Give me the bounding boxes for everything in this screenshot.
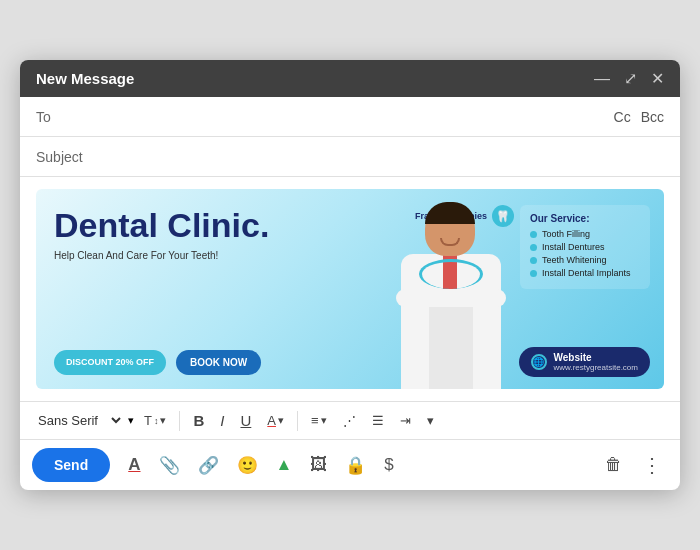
font-color-icon: A: [267, 413, 276, 428]
bcc-button[interactable]: Bcc: [641, 109, 664, 125]
attach-button[interactable]: 📎: [153, 451, 186, 480]
subject-row: Subject: [20, 137, 680, 177]
font-size-sub-icon: ↕: [154, 416, 159, 426]
image-button[interactable]: 🖼: [304, 451, 333, 479]
more-options-button[interactable]: ⋮: [636, 449, 668, 481]
italic-button[interactable]: I: [214, 408, 230, 433]
service-label-3: Teeth Whitening: [542, 255, 607, 265]
service-dot-3: [530, 257, 537, 264]
to-input[interactable]: [86, 109, 614, 125]
service-dot-1: [530, 231, 537, 238]
service-label-4: Install Dental Implants: [542, 268, 631, 278]
to-row: To Cc Bcc: [20, 97, 680, 137]
cc-bcc-buttons: Cc Bcc: [614, 109, 664, 125]
separator-1: [179, 411, 180, 431]
service-dot-2: [530, 244, 537, 251]
banner-buttons: DISCOUNT 20% OFF BOOK NOW: [54, 350, 363, 375]
action-bar: Send A 📎 🔗 🙂 ▲ 🖼 🔒 $ 🗑 ⋮: [20, 439, 680, 490]
lock-button[interactable]: 🔒: [339, 451, 372, 480]
doctor-smile: [440, 238, 460, 246]
website-bar: 🌐 Website www.restygreatsite.com: [519, 347, 650, 377]
formatting-toolbar: Sans Serif Serif Monospace ▾ T ↕ ▾ B I U…: [20, 401, 680, 439]
service-item-1: Tooth Filling: [530, 229, 640, 239]
service-item-4: Install Dental Implants: [530, 268, 640, 278]
font-size-chevron: ▾: [160, 414, 166, 427]
format-text-icon: A: [128, 455, 140, 475]
indent-button[interactable]: ⇥: [394, 409, 417, 432]
window-title: New Message: [36, 70, 134, 87]
email-body: Dental Clinic. Help Clean And Care For Y…: [20, 177, 680, 401]
send-button[interactable]: Send: [32, 448, 110, 482]
numbered-list-icon: ⋰: [343, 413, 356, 428]
more-format-icon: ▾: [427, 413, 434, 428]
align-icon: ≡: [311, 413, 319, 428]
link-icon: 🔗: [198, 455, 219, 476]
globe-icon: 🌐: [531, 354, 547, 370]
services-box: Our Service: Tooth Filling Install Dentu…: [520, 205, 650, 289]
book-button[interactable]: BOOK NOW: [176, 350, 261, 375]
close-button[interactable]: ✕: [651, 71, 664, 87]
more-format-button[interactable]: ▾: [421, 409, 440, 432]
window-controls: — ⤢ ✕: [594, 71, 664, 87]
doctor-hair: [425, 202, 475, 224]
minimize-button[interactable]: —: [594, 71, 610, 87]
link-button[interactable]: 🔗: [192, 451, 225, 480]
drive-icon: ▲: [276, 455, 293, 475]
to-label: To: [36, 109, 86, 125]
website-label: Website: [554, 352, 638, 363]
font-size-icon: T: [144, 413, 152, 428]
banner-headline: Dental Clinic.: [54, 207, 363, 244]
indent-icon: ⇥: [400, 413, 411, 428]
font-family-select[interactable]: Sans Serif Serif Monospace: [32, 408, 124, 433]
banner-left: Dental Clinic. Help Clean And Care For Y…: [36, 189, 381, 389]
subject-label: Subject: [36, 149, 86, 165]
service-dot-4: [530, 270, 537, 277]
image-icon: 🖼: [310, 455, 327, 475]
subject-input[interactable]: [86, 149, 664, 165]
font-color-chevron: ▾: [278, 414, 284, 427]
lock-icon: 🔒: [345, 455, 366, 476]
doctor-head: [425, 202, 475, 256]
banner-right: Fradel and Spies 🦷: [381, 189, 664, 389]
dollar-button[interactable]: $: [378, 451, 399, 479]
dental-banner: Dental Clinic. Help Clean And Care For Y…: [36, 189, 664, 389]
discount-button[interactable]: DISCOUNT 20% OFF: [54, 350, 166, 375]
align-chevron: ▾: [321, 414, 327, 427]
maximize-button[interactable]: ⤢: [624, 71, 637, 87]
drive-button[interactable]: ▲: [270, 451, 299, 479]
service-item-2: Install Dentures: [530, 242, 640, 252]
service-label-2: Install Dentures: [542, 242, 605, 252]
format-text-button[interactable]: A: [122, 451, 146, 479]
bold-button[interactable]: B: [187, 408, 210, 433]
service-item-3: Teeth Whitening: [530, 255, 640, 265]
banner-tagline: Help Clean And Care For Your Teeth!: [54, 250, 363, 261]
font-family-chevron: ▾: [128, 414, 134, 427]
compose-window: New Message — ⤢ ✕ To Cc Bcc Subject Dent…: [20, 60, 680, 490]
services-title: Our Service:: [530, 213, 640, 224]
underline-button[interactable]: U: [234, 408, 257, 433]
emoji-icon: 🙂: [237, 455, 258, 476]
emoji-button[interactable]: 🙂: [231, 451, 264, 480]
website-url: www.restygreatsite.com: [554, 363, 638, 372]
doctor-arms: [396, 289, 506, 307]
website-info: Website www.restygreatsite.com: [554, 352, 638, 372]
attach-icon: 📎: [159, 455, 180, 476]
title-bar: New Message — ⤢ ✕: [20, 60, 680, 97]
bullet-list-button[interactable]: ☰: [366, 409, 390, 432]
cc-button[interactable]: Cc: [614, 109, 631, 125]
doctor-figure: [391, 194, 511, 389]
font-color-button[interactable]: A ▾: [261, 409, 290, 432]
separator-2: [297, 411, 298, 431]
dollar-icon: $: [384, 455, 393, 475]
trash-button[interactable]: 🗑: [597, 451, 630, 479]
numbered-list-button[interactable]: ⋰: [337, 409, 362, 432]
bullet-list-icon: ☰: [372, 413, 384, 428]
font-size-button[interactable]: T ↕ ▾: [138, 409, 172, 432]
align-button[interactable]: ≡ ▾: [305, 409, 333, 432]
stethoscope: [419, 259, 483, 289]
service-label-1: Tooth Filling: [542, 229, 590, 239]
